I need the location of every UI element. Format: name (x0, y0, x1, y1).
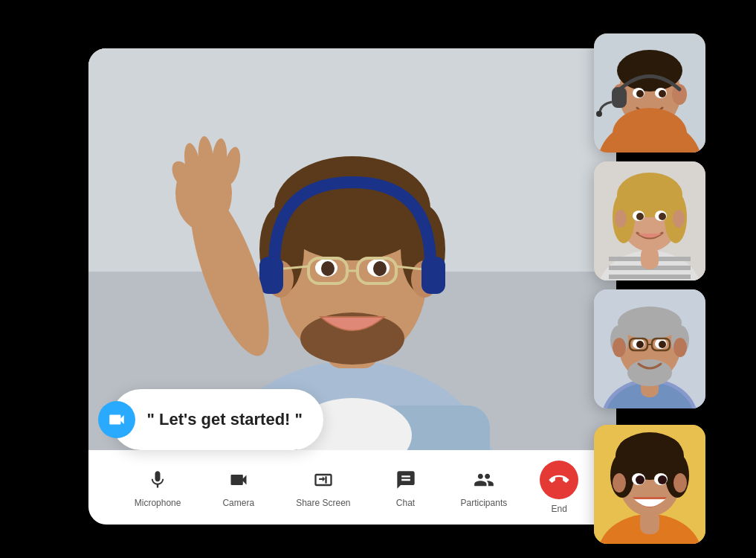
participant-thumb-4[interactable] (594, 425, 705, 544)
share-screen-label: Share Screen (296, 498, 350, 508)
end-call-label: End (552, 504, 567, 514)
svg-point-42 (636, 90, 644, 97)
participants-button[interactable]: Participants (452, 461, 517, 514)
svg-point-43 (659, 90, 666, 97)
video-call-scene: " Let's get started! " Microphone (44, 26, 713, 532)
chat-icon (392, 466, 419, 493)
camera-bubble-icon (98, 401, 135, 438)
camera-label: Camera (222, 498, 254, 508)
svg-point-88 (673, 473, 687, 493)
chat-label: Chat (396, 498, 415, 508)
participant-thumb-3[interactable] (594, 289, 705, 408)
svg-point-70 (613, 338, 626, 357)
video-camera-icon (107, 410, 126, 429)
phone-end-icon (546, 466, 573, 494)
microphone-button[interactable]: Microphone (126, 461, 190, 514)
participant-thumb-2[interactable] (594, 161, 705, 280)
svg-point-17 (373, 261, 387, 276)
main-video-card: " Let's get started! " Microphone (88, 48, 616, 525)
svg-point-91 (636, 475, 644, 484)
controls-bar: Microphone Camera Share Screen (88, 450, 616, 525)
svg-point-16 (321, 261, 335, 276)
svg-rect-24 (421, 257, 445, 294)
end-call-container: End (540, 461, 578, 514)
svg-point-87 (613, 473, 626, 493)
participants-label: Participants (461, 498, 508, 508)
share-screen-icon (310, 466, 337, 493)
svg-rect-23 (259, 257, 283, 294)
camera-icon (225, 466, 252, 493)
participant-thumbnails (594, 26, 713, 532)
svg-point-59 (636, 213, 644, 220)
svg-point-60 (659, 213, 666, 220)
chat-button[interactable]: Chat (384, 461, 428, 514)
svg-rect-49 (609, 275, 691, 279)
svg-point-39 (596, 111, 602, 117)
end-call-button[interactable] (540, 461, 578, 499)
svg-point-55 (615, 210, 627, 228)
svg-point-75 (659, 341, 666, 348)
svg-point-56 (673, 210, 685, 228)
participant-thumb-1[interactable] (594, 33, 705, 153)
speech-bubble: " Let's get started! " (111, 389, 323, 450)
camera-button[interactable]: Camera (213, 461, 263, 514)
microphone-label: Microphone (135, 498, 181, 508)
svg-rect-38 (612, 87, 627, 108)
svg-point-86 (618, 434, 681, 464)
share-screen-button[interactable]: Share Screen (287, 461, 359, 514)
svg-point-69 (627, 359, 672, 386)
speech-bubble-text: " Let's get started! " (147, 410, 303, 429)
svg-point-71 (673, 338, 687, 357)
svg-point-74 (636, 341, 644, 348)
svg-point-92 (658, 475, 667, 484)
microphone-icon (144, 466, 171, 493)
participants-icon (471, 466, 497, 493)
